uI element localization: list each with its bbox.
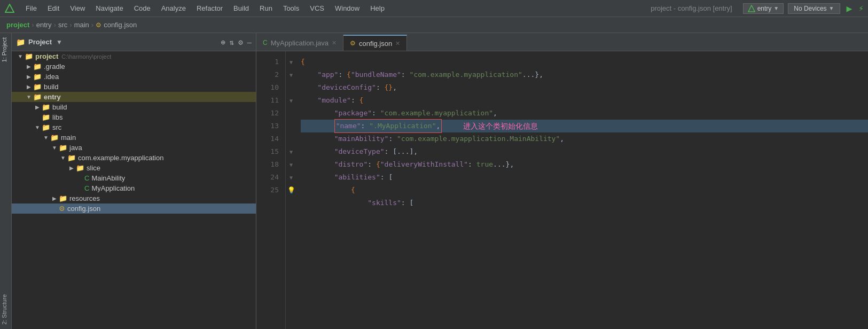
add-icon[interactable]: ⊕ bbox=[221, 38, 225, 46]
breadcrumb-file[interactable]: ⚙ config.json bbox=[96, 21, 137, 29]
entry-chevron-icon: ▼ bbox=[773, 5, 779, 11]
sidebar-tabs: 1: Project 2: Structure bbox=[0, 33, 12, 329]
tab-config-json[interactable]: ⚙ config.json ✕ bbox=[343, 35, 407, 51]
menu-tools[interactable]: Tools bbox=[279, 2, 303, 14]
code-line-26: "skills": [ bbox=[301, 197, 868, 209]
svg-marker-0 bbox=[5, 4, 14, 12]
minimize-icon[interactable]: — bbox=[247, 38, 252, 46]
folder-icon-entry: 📁 bbox=[33, 93, 42, 101]
project-panel-header: 📁 Project ▼ ⊕ ⇅ ⚙ — bbox=[12, 33, 256, 51]
tree-label-mainability: MainAbility bbox=[91, 174, 125, 182]
tree-item-entry-build[interactable]: ▶ 📁 build bbox=[12, 102, 256, 112]
gutter-fold-11[interactable]: ▼ bbox=[286, 94, 296, 107]
tree-item-myapplication[interactable]: C MyApplication bbox=[12, 183, 256, 193]
menu-help[interactable]: Help bbox=[366, 2, 389, 14]
java-icon-mainability: C bbox=[84, 174, 89, 182]
tree-arrow-slice: ▶ bbox=[67, 165, 76, 171]
tree-item-idea[interactable]: ▶ 📁 .idea bbox=[12, 72, 256, 82]
breadcrumb: project › entry › src › main › ⚙ config.… bbox=[0, 17, 868, 33]
menu-window[interactable]: Window bbox=[331, 2, 364, 14]
java-tab-icon: C bbox=[263, 39, 268, 46]
code-content[interactable]: { "app": {"bundleName": "com.example.mya… bbox=[296, 51, 868, 329]
tree-item-main[interactable]: ▼ 📁 main bbox=[12, 132, 256, 143]
tab-close-myapplication[interactable]: ✕ bbox=[332, 40, 337, 46]
gutter-empty-26 bbox=[286, 197, 296, 209]
tree-path-project: C:\harmony\project bbox=[61, 53, 111, 60]
tree-label-config-json: config.json bbox=[67, 205, 100, 213]
tree-arrow-java: ▼ bbox=[50, 145, 59, 151]
tree-item-libs[interactable]: 📁 libs bbox=[12, 112, 256, 122]
tree-arrow-entry: ▼ bbox=[25, 94, 33, 100]
menu-vcs[interactable]: VCS bbox=[306, 2, 329, 14]
tree-label-java: java bbox=[69, 144, 82, 152]
sync-icon[interactable]: ⇅ bbox=[230, 38, 234, 46]
project-header-icons: ⊕ ⇅ ⚙ — bbox=[221, 38, 252, 46]
breadcrumb-main[interactable]: main bbox=[74, 21, 89, 29]
tree-arrow-resources: ▶ bbox=[50, 195, 59, 201]
tree-arrow-main: ▼ bbox=[42, 135, 50, 140]
tree-item-config-json[interactable]: ⚙ config.json bbox=[12, 203, 256, 214]
svg-marker-1 bbox=[748, 5, 755, 12]
tree-arrow-entry-build: ▶ bbox=[33, 104, 42, 110]
tab-close-config[interactable]: ✕ bbox=[395, 40, 400, 47]
tree-label-entry-build: build bbox=[52, 103, 67, 111]
menu-edit[interactable]: Edit bbox=[43, 2, 64, 14]
tree-item-slice[interactable]: ▶ 📁 slice bbox=[12, 163, 256, 173]
tree-item-com-example[interactable]: ▼ 📁 com.example.myapplication bbox=[12, 153, 256, 163]
menu-view[interactable]: View bbox=[66, 2, 89, 14]
folder-icon-java: 📁 bbox=[59, 144, 67, 152]
gutter-fold-1[interactable]: ▼ bbox=[286, 56, 296, 68]
no-devices-button[interactable]: No Devices ▼ bbox=[788, 3, 840, 14]
project-dropdown-icon[interactable]: ▼ bbox=[56, 38, 62, 46]
menu-navigate[interactable]: Navigate bbox=[91, 2, 127, 14]
menu-build[interactable]: Build bbox=[229, 2, 253, 14]
gutter-bulb-25[interactable]: 💡 bbox=[286, 184, 296, 197]
folder-icon-build-root: 📁 bbox=[33, 83, 42, 91]
folder-icon-entry-build: 📁 bbox=[42, 103, 50, 111]
debug-button[interactable]: ⚡ bbox=[858, 3, 864, 13]
tree-item-src[interactable]: ▼ 📁 src bbox=[12, 122, 256, 132]
menu-analyze[interactable]: Analyze bbox=[157, 2, 190, 14]
code-line-2: "app": {"bundleName": "com.example.myapp… bbox=[301, 68, 868, 81]
annotation-text: 进入这个类初始化信息 bbox=[463, 120, 538, 132]
tree-item-entry[interactable]: ▼ 📁 entry bbox=[12, 92, 256, 102]
gutter-empty-10 bbox=[286, 81, 296, 94]
tree-item-java[interactable]: ▼ 📁 java bbox=[12, 143, 256, 153]
gutter-fold-18[interactable]: ▼ bbox=[286, 158, 296, 171]
menu-run[interactable]: Run bbox=[255, 2, 277, 14]
folder-icon-com-example: 📁 bbox=[67, 154, 76, 162]
entry-selector[interactable]: entry ▼ bbox=[743, 3, 784, 14]
breadcrumb-src[interactable]: src bbox=[58, 21, 67, 29]
breadcrumb-entry[interactable]: entry bbox=[36, 21, 52, 29]
tree-item-gradle[interactable]: ▶ 📁 .gradle bbox=[12, 61, 256, 72]
gutter-fold-2[interactable]: ▼ bbox=[286, 68, 296, 81]
code-line-15: "deviceType": [...], bbox=[301, 145, 868, 158]
run-button[interactable]: ▶ bbox=[844, 3, 855, 14]
project-title: 📁 Project ▼ bbox=[16, 38, 62, 46]
tree-arrow-com-example: ▼ bbox=[59, 155, 67, 161]
sidebar-tab-project[interactable]: 1: Project bbox=[0, 33, 11, 66]
entry-label: entry bbox=[757, 5, 772, 12]
menu-code[interactable]: Code bbox=[130, 2, 155, 14]
folder-icon-main: 📁 bbox=[50, 134, 59, 142]
tree-item-mainability[interactable]: C MainAbility bbox=[12, 173, 256, 183]
tree-item-project-root[interactable]: ▼ 📁 project C:\harmony\project bbox=[12, 51, 256, 61]
code-line-13: "name": ".MyApplication", 进入这个类初始化信息 bbox=[301, 120, 868, 132]
code-line-10: "deviceConfig": {}, bbox=[301, 81, 868, 94]
tab-myapplication-java[interactable]: C MyApplication.java ✕ bbox=[256, 35, 343, 51]
file-tree: ▼ 📁 project C:\harmony\project ▶ 📁 .grad… bbox=[12, 51, 256, 329]
gutter-fold-24[interactable]: ▼ bbox=[286, 171, 296, 184]
breadcrumb-project[interactable]: project bbox=[6, 21, 29, 29]
settings-icon[interactable]: ⚙ bbox=[238, 38, 243, 46]
tree-item-build-root[interactable]: ▶ 📁 build bbox=[12, 82, 256, 92]
menu-file[interactable]: File bbox=[21, 2, 41, 14]
folder-icon-src: 📁 bbox=[42, 123, 50, 131]
folder-icon-slice: 📁 bbox=[76, 164, 84, 172]
code-line-24: "abilities": [ bbox=[301, 171, 868, 184]
tree-item-resources[interactable]: ▶ 📁 resources bbox=[12, 193, 256, 203]
sidebar-tab-structure[interactable]: 2: Structure bbox=[0, 290, 11, 329]
menu-refactor[interactable]: Refactor bbox=[192, 2, 227, 14]
gutter-fold-15[interactable]: ▼ bbox=[286, 145, 296, 158]
code-line-12: "package": "com.example.myapplication", bbox=[301, 107, 868, 120]
tree-label-com-example: com.example.myapplication bbox=[78, 154, 163, 162]
